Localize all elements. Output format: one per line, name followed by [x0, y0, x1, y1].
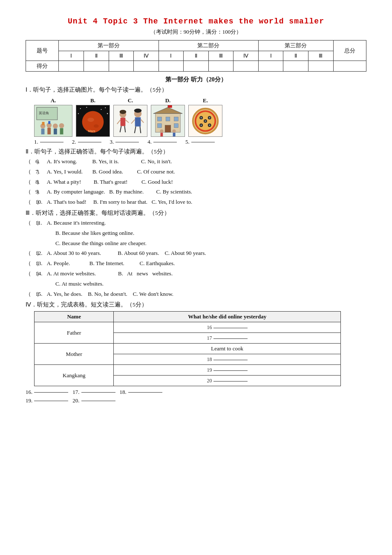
score-cell[interactable] [233, 61, 259, 72]
svg-rect-45 [158, 124, 162, 128]
image-item-a: A. 英语角 [34, 97, 72, 137]
score-table: 题号 第一部分 第二部分 第三部分 总分 Ⅰ Ⅱ Ⅲ Ⅳ Ⅰ Ⅱ Ⅲ Ⅳ Ⅰ Ⅱ… [26, 40, 366, 72]
svg-point-31 [120, 110, 127, 114]
svg-point-17 [105, 107, 106, 108]
ans-num-20: 20. [72, 397, 79, 404]
score-table-cell: Ⅱ [84, 51, 109, 61]
score-cell[interactable] [258, 61, 283, 72]
fill-num-18: 18 [207, 356, 212, 362]
bracket: （ ） [26, 178, 34, 187]
svg-point-22 [94, 124, 99, 128]
svg-point-61 [209, 117, 210, 119]
score-cell[interactable] [109, 61, 134, 72]
image-item-b: B. Mars [76, 97, 110, 137]
bracket: （ ） [26, 259, 34, 268]
part4-block: Ⅳ．听短文，完成表格。短文读三遍。（5分） Name What he/she d… [26, 301, 366, 404]
svg-text:Mars: Mars [88, 129, 95, 133]
score-cell[interactable] [59, 61, 84, 72]
svg-rect-49 [168, 105, 172, 108]
ans-line-17 [81, 392, 115, 393]
fill-num-17: 17 [207, 335, 212, 341]
ans-num-18: 18. [120, 389, 127, 396]
svg-rect-46 [174, 124, 179, 128]
q-num: 13. [35, 259, 46, 268]
score-cell[interactable] [208, 61, 233, 72]
blanks-row: 1. 2. 3. 4. 5. [34, 139, 366, 145]
image-box-d [151, 105, 185, 137]
ans-num-17: 17. [72, 389, 79, 396]
image-item-d: D. [151, 97, 185, 137]
blank-3: 3. [110, 139, 139, 145]
question-14-line2: C. At music websites. [55, 280, 366, 289]
image-box-e [188, 105, 222, 137]
svg-point-9 [59, 123, 64, 128]
question-12: （ ） 12. A. About 30 to 40 years. B. Abou… [26, 249, 366, 258]
bracket: （ ） [26, 219, 34, 228]
part3-block: Ⅲ．听对话，选择正确答案。每组对话读两遍。（5分） （ ） 11. A. Bec… [26, 209, 366, 298]
score-cell[interactable] [333, 61, 366, 72]
fill-line-16 [213, 328, 248, 328]
image-item-e: E. [188, 97, 222, 137]
blank-line [191, 142, 215, 142]
fill-line-17 [213, 338, 248, 339]
part4-table: Name What he/she did online yesterday Fa… [34, 311, 341, 386]
svg-point-38 [134, 109, 142, 113]
images-row: A. 英语角 [34, 97, 366, 137]
ans-line-18 [128, 392, 162, 393]
score-table-cell: 第一部分 [59, 40, 159, 51]
svg-rect-51 [160, 133, 163, 136]
score-cell[interactable] [134, 61, 159, 72]
question-13: （ ） 13. A. People. B. The Internet. C. E… [26, 259, 366, 268]
answers-row1: 16. 17. 18. [26, 389, 366, 396]
page-title: Unit 4 Topic 3 The Internet makes the wo… [26, 17, 366, 26]
table-name-mother: Mother [35, 344, 114, 365]
score-table-cell: Ⅱ [184, 51, 209, 61]
blank-num: 4. [147, 139, 152, 145]
score-table-cell: Ⅰ [258, 51, 283, 61]
blank-4: 4. [147, 139, 177, 145]
table-cell-16: 16 [114, 322, 341, 333]
table-header-activity: What he/she did online yesterday [114, 312, 341, 322]
score-cell[interactable] [308, 61, 334, 72]
svg-rect-42 [158, 117, 162, 121]
image-box-c [113, 105, 147, 137]
ans-item-17: 17. [72, 389, 115, 396]
svg-rect-6 [47, 128, 51, 135]
blank-line [78, 142, 101, 142]
part2-title: Ⅱ．听句子，选择正确答语。每个句子读两遍。（5分） [26, 148, 366, 156]
svg-text:英语角: 英语角 [39, 111, 49, 115]
score-table-cell: 第三部分 [258, 40, 333, 51]
q-num: 7. [35, 168, 46, 176]
svg-point-50 [160, 129, 163, 133]
svg-point-63 [200, 124, 202, 126]
score-table-cell: Ⅰ [59, 51, 84, 61]
part1-block: Ⅰ．听句子，选择正确图片。每个句子读一遍。（5分） A. 英语角 [26, 86, 366, 145]
ans-item-16: 16. [26, 389, 68, 396]
svg-rect-8 [54, 129, 57, 135]
image-label-a: A. [51, 97, 56, 104]
score-cell[interactable] [159, 61, 184, 72]
score-table-cell: 总分 [333, 40, 366, 61]
section1-header: 第一部分 听力（20分） [26, 76, 366, 84]
score-table-cell: 题号 [26, 40, 59, 61]
score-cell[interactable] [84, 61, 109, 72]
score-table-cell: Ⅲ [109, 51, 134, 61]
score-table-cell: Ⅱ [283, 51, 308, 61]
blank-num: 5. [185, 139, 190, 145]
bracket: （ ） [26, 157, 34, 166]
answers-row2: 19. 20. [26, 397, 366, 404]
image-label-c: C. [128, 97, 133, 104]
question-14-line1: （ ） 14. A. At movie websites. B. At news… [26, 269, 366, 278]
score-table-cell: Ⅳ [233, 51, 259, 61]
fill-num-16: 16 [207, 324, 212, 330]
fill-num-20: 20 [207, 378, 212, 384]
score-cell[interactable] [283, 61, 308, 72]
blank-5: 5. [185, 139, 215, 145]
question-6: （ ） 6. A. It's wrong. B. Yes, it is. C. … [26, 157, 366, 166]
ans-num-16: 16. [26, 389, 32, 396]
table-cell-19: 19 [114, 365, 341, 376]
score-cell[interactable] [184, 61, 209, 72]
blank-line [40, 142, 63, 142]
bracket: （ ） [26, 290, 34, 299]
svg-point-65 [209, 124, 210, 126]
